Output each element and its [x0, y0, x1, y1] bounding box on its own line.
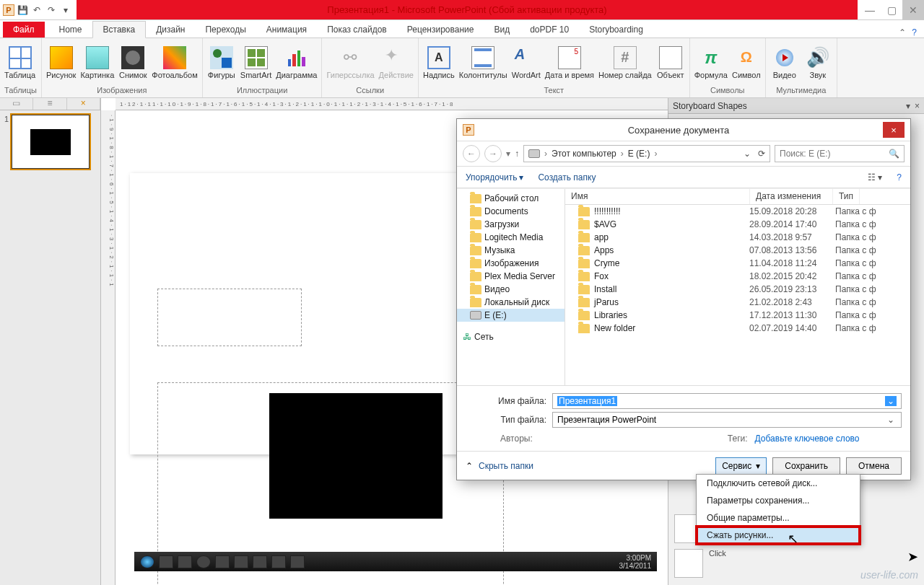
taskbar-item[interactable]	[196, 555, 211, 568]
insert-equation-button[interactable]: πФормула	[694, 46, 728, 79]
insert-datetime-button[interactable]: Дата и время	[545, 46, 594, 79]
insert-slidenum-button[interactable]: #Номер слайда	[598, 46, 652, 79]
tab-insert[interactable]: Вставка	[92, 21, 147, 38]
tree-item[interactable]: Загрузки	[457, 218, 565, 231]
tree-item[interactable]: Рабочий стол	[457, 192, 565, 205]
insert-screenshot-button[interactable]: Снимок	[118, 46, 147, 79]
collapse-icon[interactable]: ⌃	[466, 461, 473, 471]
window-close-button[interactable]: ✕	[902, 0, 924, 19]
tab-transitions[interactable]: Переходы	[195, 22, 256, 38]
qat-more-icon[interactable]: ▾	[59, 4, 72, 17]
address-bar[interactable]: Этот компьютер E (E:) ⌄ ⟳	[523, 145, 770, 162]
insert-audio-button[interactable]: 🔊Звук	[803, 46, 832, 79]
file-row[interactable]: app14.03.2018 9:57Папка с ф	[565, 231, 910, 244]
tab-storyboarding[interactable]: Storyboarding	[579, 22, 653, 38]
nav-up-button[interactable]: ↑	[515, 149, 519, 159]
maximize-button[interactable]: ▢	[881, 0, 902, 19]
qat-redo-icon[interactable]: ↷	[45, 4, 58, 17]
insert-chart-button[interactable]: Диаграмма	[276, 46, 317, 79]
tree-item[interactable]: Logitech Media	[457, 231, 565, 244]
view-options-icon[interactable]: ☷ ▾	[868, 172, 882, 182]
file-row[interactable]: Libraries17.12.2013 11:30Папка с ф	[565, 309, 910, 322]
file-row[interactable]: Install26.05.2019 23:13Папка с ф	[565, 283, 910, 296]
file-row[interactable]: Apps07.08.2013 13:56Папка с ф	[565, 244, 910, 257]
insert-textbox-button[interactable]: AНадпись	[423, 46, 455, 79]
search-input[interactable]: Поиск: E (E:) 🔍	[775, 145, 905, 162]
menu-compress-pictures[interactable]: Сжать рисунки...	[697, 527, 860, 544]
title-placeholder[interactable]	[157, 289, 302, 346]
inserted-image[interactable]	[269, 393, 443, 519]
tree-item[interactable]: Plex Media Server	[457, 270, 565, 283]
file-list-header[interactable]: Имя Дата изменения Тип	[565, 189, 910, 205]
tab-view[interactable]: Вид	[484, 22, 520, 38]
insert-wordart-button[interactable]: AWordArt	[512, 46, 541, 79]
windows-taskbar[interactable]: 3:00PM3/14/2011	[134, 552, 657, 571]
tree-item[interactable]: Музыка	[457, 244, 565, 257]
insert-shapes-button[interactable]: Фигуры	[207, 46, 236, 79]
outline-tab-icon[interactable]: ≡	[33, 98, 66, 110]
tree-item[interactable]: Локальный диск	[457, 296, 565, 309]
slides-close-icon[interactable]: ×	[67, 98, 100, 110]
panel-close-icon[interactable]: ×	[915, 101, 920, 111]
tab-review[interactable]: Рецензирование	[397, 22, 484, 38]
taskbar-item[interactable]	[271, 555, 286, 568]
filename-input[interactable]: Презентация1⌄	[552, 393, 902, 409]
taskbar-item[interactable]	[290, 555, 305, 568]
qat-undo-icon[interactable]: ↶	[30, 4, 43, 17]
insert-picture-button[interactable]: Рисунок	[46, 46, 77, 79]
tab-design[interactable]: Дизайн	[146, 22, 195, 38]
file-list[interactable]: !!!!!!!!!!!15.09.2018 20:28Папка с ф$AVG…	[565, 205, 910, 385]
file-row[interactable]: jParus21.02.2018 2:43Папка с ф	[565, 296, 910, 309]
insert-object-button[interactable]: Объект	[656, 46, 685, 79]
nav-history-icon[interactable]: ▾	[506, 149, 510, 159]
cancel-button[interactable]: Отмена	[846, 457, 902, 475]
folder-tree[interactable]: Рабочий столDocumentsЗагрузкиLogitech Me…	[457, 189, 565, 385]
nav-forward-button[interactable]: →	[484, 145, 502, 162]
file-row[interactable]: !!!!!!!!!!!15.09.2018 20:28Папка с ф	[565, 205, 910, 218]
file-row[interactable]: Fox18.02.2015 20:42Папка с ф	[565, 270, 910, 283]
menu-netdrive[interactable]: Подключить сетевой диск...	[697, 475, 860, 492]
add-tag-link[interactable]: Добавьте ключевое слово	[755, 434, 860, 444]
taskbar-item[interactable]	[234, 555, 248, 568]
file-row[interactable]: New folder02.07.2019 14:40Папка с ф	[565, 322, 910, 335]
tools-button[interactable]: Сервис▾	[715, 457, 767, 475]
hide-folders-link[interactable]: Скрыть папки	[479, 461, 533, 471]
help-icon[interactable]: ?	[912, 27, 917, 38]
menu-saveopts[interactable]: Параметры сохранения...	[697, 492, 860, 509]
organize-button[interactable]: Упорядочить▾	[466, 172, 523, 182]
tab-home[interactable]: Home	[49, 22, 92, 38]
save-button[interactable]: Сохранить	[772, 457, 840, 475]
ribbon-collapse-icon[interactable]: ⌃	[899, 27, 906, 38]
insert-table-button[interactable]: Таблица	[4, 46, 35, 79]
newfolder-button[interactable]: Создать папку	[538, 172, 596, 182]
file-row[interactable]: $AVG28.09.2014 17:40Папка с ф	[565, 218, 910, 231]
file-row[interactable]: Cryme11.04.2018 11:24Папка с ф	[565, 257, 910, 270]
dialog-help-icon[interactable]: ?	[897, 172, 902, 182]
tab-file[interactable]: Файл	[3, 22, 45, 38]
dialog-close-button[interactable]: ×	[883, 122, 905, 138]
panel-dropdown-icon[interactable]: ▾	[906, 101, 910, 111]
tree-item[interactable]: E (E:)	[457, 309, 565, 322]
tab-dopdf[interactable]: doPDF 10	[520, 22, 579, 38]
insert-video-button[interactable]: Видео	[770, 46, 799, 79]
insert-clipart-button[interactable]: Картинка	[80, 46, 114, 79]
tab-slideshow[interactable]: Показ слайдов	[317, 22, 397, 38]
menu-general[interactable]: Общие параметры...	[697, 509, 860, 527]
insert-album-button[interactable]: Фотоальбом	[152, 46, 198, 79]
tree-item[interactable]: Documents	[457, 205, 565, 218]
tree-item[interactable]: Изображения	[457, 257, 565, 270]
taskbar-item[interactable]	[215, 555, 230, 568]
minimize-button[interactable]: —	[859, 0, 881, 19]
refresh-icon[interactable]: ⟳	[754, 149, 765, 159]
slide-thumbnail-1[interactable]: 1	[0, 110, 100, 173]
tab-animation[interactable]: Анимация	[256, 22, 317, 38]
start-button[interactable]	[140, 555, 154, 568]
taskbar-item[interactable]	[253, 555, 267, 568]
taskbar-item[interactable]	[159, 555, 173, 568]
tree-network[interactable]: 🖧Сеть	[457, 330, 565, 343]
insert-headerfooter-button[interactable]: Колонтитулы	[459, 46, 507, 79]
nav-back-button[interactable]: ←	[463, 145, 480, 162]
taskbar-item[interactable]	[178, 555, 192, 568]
slides-tab-icon[interactable]: ▭	[0, 98, 33, 110]
insert-symbol-button[interactable]: ΩСимвол	[732, 46, 761, 79]
